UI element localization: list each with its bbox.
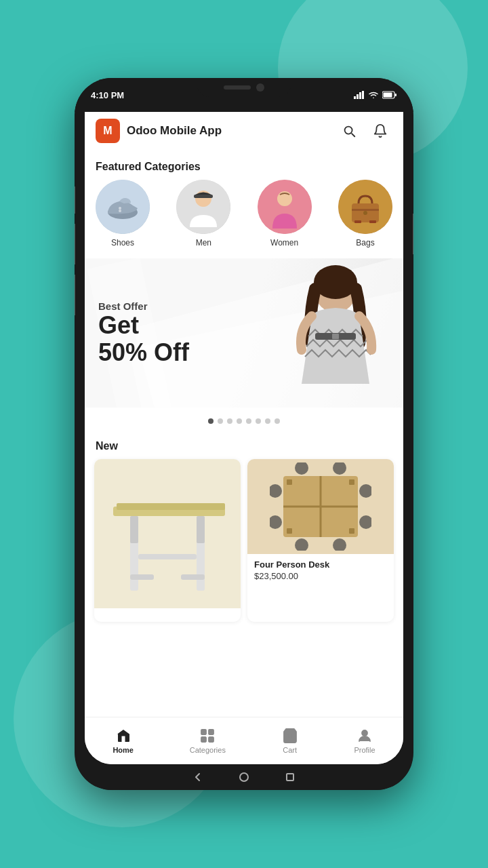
dot-4[interactable]: [237, 418, 242, 424]
svg-point-41: [333, 538, 346, 551]
svg-rect-20: [354, 220, 361, 223]
nav-cart-label: Cart: [283, 746, 297, 754]
recents-button[interactable]: [284, 771, 296, 783]
app-logo: M: [96, 119, 120, 143]
nav-profile[interactable]: Profile: [346, 725, 383, 757]
svg-rect-46: [287, 479, 292, 485]
dot-2[interactable]: [218, 418, 223, 424]
svg-point-55: [362, 730, 367, 736]
category-bags[interactable]: Bags: [338, 180, 392, 248]
svg-rect-6: [395, 94, 397, 96]
nav-home-label: Home: [113, 746, 134, 754]
dot-3[interactable]: [227, 418, 232, 424]
svg-rect-31: [181, 574, 205, 580]
featured-title: Featured Categories: [85, 150, 403, 180]
home-button[interactable]: [238, 771, 250, 783]
svg-rect-49: [349, 528, 354, 534]
notification-button[interactable]: [368, 119, 392, 143]
svg-point-23: [314, 265, 357, 299]
svg-point-43: [270, 515, 282, 529]
men-label: Men: [196, 238, 211, 248]
svg-rect-21: [369, 220, 376, 223]
categories-row: Shoes: [85, 180, 403, 258]
product-four-person-desk[interactable]: Four Person Desk $23,500.00: [247, 459, 394, 622]
four-desk-info: Four Person Desk $23,500.00: [247, 554, 394, 587]
svg-rect-48: [287, 528, 292, 534]
svg-rect-51: [209, 730, 214, 734]
shoes-label: Shoes: [111, 238, 134, 248]
svg-point-56: [240, 773, 248, 781]
android-nav: [75, 764, 413, 790]
dot-8[interactable]: [274, 418, 280, 424]
svg-rect-32: [138, 554, 197, 559]
svg-rect-18: [352, 209, 379, 211]
svg-point-45: [359, 515, 371, 529]
nav-profile-label: Profile: [354, 746, 375, 754]
four-desk-name: Four Person Desk: [254, 559, 387, 570]
nav-categories[interactable]: Categories: [182, 725, 234, 757]
svg-point-9: [119, 207, 121, 210]
svg-rect-1: [357, 94, 359, 99]
svg-rect-3: [362, 91, 364, 99]
svg-rect-0: [354, 96, 356, 99]
app-title: Odoo Mobile App: [127, 124, 330, 138]
svg-rect-2: [359, 92, 361, 99]
new-section-title: New: [85, 429, 403, 459]
svg-point-40: [295, 538, 308, 551]
svg-point-10: [119, 210, 121, 212]
svg-point-38: [295, 462, 308, 475]
bags-label: Bags: [356, 238, 374, 248]
nav-cart[interactable]: Cart: [274, 725, 306, 757]
category-men[interactable]: Men: [176, 180, 230, 248]
nav-home[interactable]: Home: [104, 725, 142, 757]
app-header: M Odoo Mobile App: [85, 112, 403, 150]
dot-5[interactable]: [246, 418, 251, 424]
women-label: Women: [270, 238, 298, 248]
product-standing-desk[interactable]: [94, 459, 241, 622]
banner-dots: [85, 413, 403, 429]
dot-7[interactable]: [265, 418, 270, 424]
svg-rect-5: [384, 93, 392, 98]
main-scroll[interactable]: Featured Categories: [85, 150, 403, 717]
svg-rect-47: [349, 479, 354, 485]
svg-rect-29: [130, 574, 154, 580]
category-women[interactable]: Women: [258, 180, 312, 248]
nav-categories-label: Categories: [190, 746, 226, 754]
banner-title: Get 50% Off: [98, 312, 189, 366]
dot-6[interactable]: [256, 418, 261, 424]
category-shoes[interactable]: Shoes: [96, 180, 150, 248]
svg-point-44: [359, 484, 371, 498]
svg-rect-57: [287, 774, 293, 781]
status-time: 4:10 PM: [91, 90, 124, 100]
search-button[interactable]: [337, 119, 361, 143]
svg-rect-33: [130, 516, 138, 543]
dot-1[interactable]: [208, 418, 214, 424]
svg-point-42: [270, 484, 282, 498]
svg-rect-50: [201, 730, 206, 734]
svg-point-19: [363, 211, 367, 215]
svg-rect-52: [201, 737, 206, 742]
promo-banner[interactable]: Best Offer Get 50% Off: [85, 258, 403, 408]
banner-subtitle: Best Offer: [98, 300, 189, 312]
products-grid: Four Person Desk $23,500.00: [85, 459, 403, 631]
svg-rect-27: [117, 503, 225, 510]
four-desk-price: $23,500.00: [254, 571, 387, 581]
svg-rect-34: [197, 516, 205, 543]
back-button[interactable]: [192, 771, 204, 783]
status-icons: [354, 91, 397, 99]
svg-point-39: [333, 462, 346, 475]
svg-rect-53: [209, 737, 214, 742]
svg-rect-13: [194, 195, 213, 198]
bottom-nav: Home Categories: [85, 717, 403, 764]
svg-rect-25: [332, 334, 339, 339]
